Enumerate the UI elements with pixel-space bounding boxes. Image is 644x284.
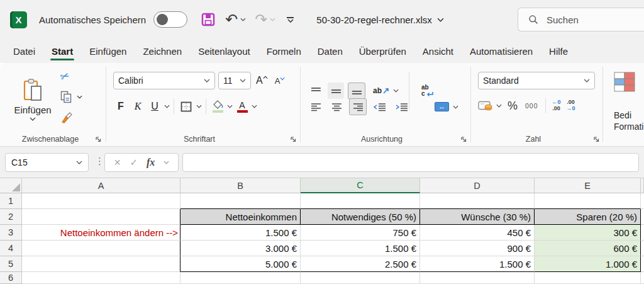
percent-style-button[interactable]: % xyxy=(505,99,520,113)
undo-button[interactable]: ↶ xyxy=(225,12,246,27)
row-header-2[interactable]: 2 xyxy=(0,209,22,225)
cell-F1[interactable] xyxy=(641,193,644,209)
fx-dropdown-icon[interactable] xyxy=(164,161,169,164)
tab-formeln[interactable]: Formeln xyxy=(258,39,309,63)
align-right-button[interactable] xyxy=(349,98,367,115)
currency-format-button[interactable] xyxy=(478,101,493,111)
underline-button[interactable]: U xyxy=(147,98,162,115)
autosave-toggle[interactable] xyxy=(153,11,187,28)
tab-seitenlayout[interactable]: Seitenlayout xyxy=(190,39,258,63)
cell-B4[interactable]: 3.000 € xyxy=(180,241,301,256)
tab-hilfe[interactable]: Hilfe xyxy=(541,39,576,63)
format-painter-button[interactable] xyxy=(60,110,82,126)
tab-ueberpruefen[interactable]: Überprüfen xyxy=(351,39,414,63)
document-title[interactable]: 50-30-20-regel-rechner.xlsx xyxy=(316,14,443,25)
dialog-launcher-icon[interactable] xyxy=(592,135,600,143)
fill-color-button[interactable] xyxy=(210,98,225,115)
cell-D3[interactable]: 450 € xyxy=(420,225,535,241)
tab-start[interactable]: Start xyxy=(43,39,81,63)
cell-F5[interactable] xyxy=(641,256,644,272)
row-header-1[interactable]: 1 xyxy=(0,193,22,209)
cell-E3[interactable]: 300 € xyxy=(535,225,641,241)
formula-bar-handle[interactable]: ⋮ xyxy=(95,156,104,167)
align-left-button[interactable] xyxy=(308,99,324,115)
cell-A3[interactable]: Nettoeinkommen ändern --> xyxy=(22,225,180,241)
undo-dropdown-icon[interactable] xyxy=(240,18,246,21)
select-all-corner[interactable] xyxy=(0,178,22,193)
currency-dropdown-icon[interactable] xyxy=(496,104,502,108)
cut-button[interactable]: ✂ xyxy=(60,68,82,84)
fill-color-dropdown-icon[interactable] xyxy=(227,105,233,108)
insert-function-icon[interactable]: fx xyxy=(147,157,155,168)
font-color-button[interactable]: A xyxy=(235,98,250,115)
save-button[interactable] xyxy=(201,13,215,26)
chevron-down-icon[interactable] xyxy=(77,95,82,99)
decrease-font-size-button[interactable]: A xyxy=(273,76,287,86)
cell-C1[interactable] xyxy=(301,193,420,209)
cell-A4[interactable] xyxy=(22,241,180,256)
orientation-dropdown-icon[interactable] xyxy=(393,89,399,93)
customize-quick-access-icon[interactable] xyxy=(287,17,294,23)
cell-D2[interactable]: Wünsche (30 %) xyxy=(420,209,535,225)
cell-D1[interactable] xyxy=(420,193,535,209)
column-header-b[interactable]: B xyxy=(180,178,301,193)
excel-logo-icon[interactable]: X xyxy=(10,11,27,28)
cell-F2[interactable] xyxy=(641,209,644,225)
cell-A6[interactable] xyxy=(22,272,180,284)
cell-E6[interactable] xyxy=(535,272,641,284)
column-header-d[interactable]: D xyxy=(420,178,535,193)
decrease-indent-button[interactable] xyxy=(371,99,389,115)
tab-automatisieren[interactable]: Automatisieren xyxy=(462,39,541,63)
cell-B6[interactable] xyxy=(180,272,301,284)
cell-C3[interactable]: 750 € xyxy=(301,225,420,241)
cell-E4[interactable]: 600 € xyxy=(535,241,641,256)
cell-A1[interactable] xyxy=(22,193,180,209)
font-name-select[interactable]: Calibri xyxy=(113,72,215,89)
align-bottom-button[interactable] xyxy=(348,82,365,99)
cell-D5[interactable]: 1.500 € xyxy=(420,256,535,272)
merge-center-button[interactable]: ↔ xyxy=(435,102,458,111)
formula-input[interactable] xyxy=(182,153,639,172)
cell-E1[interactable] xyxy=(535,193,641,209)
name-box[interactable]: C15 xyxy=(5,153,89,172)
row-header-5[interactable]: 5 xyxy=(0,256,22,272)
cell-F3[interactable] xyxy=(641,225,644,241)
cell-D6[interactable] xyxy=(420,272,535,284)
cell-C4[interactable]: 1.500 € xyxy=(301,241,420,256)
cell-B1[interactable] xyxy=(180,193,301,209)
cell-F4[interactable] xyxy=(641,241,644,256)
cell-B3[interactable]: 1.500 € xyxy=(180,225,301,241)
borders-dropdown-icon[interactable] xyxy=(196,105,202,108)
cell-C5[interactable]: 2.500 € xyxy=(301,256,420,272)
cell-E5[interactable]: 1.000 € xyxy=(535,256,641,272)
tab-daten[interactable]: Daten xyxy=(309,39,351,63)
tab-ansicht[interactable]: Ansicht xyxy=(414,39,462,63)
column-header-a[interactable]: A xyxy=(22,178,180,193)
decrease-decimal-button[interactable]: ←0 .00 xyxy=(551,99,562,112)
tab-datei[interactable]: Datei xyxy=(5,39,43,63)
column-header-c[interactable]: C xyxy=(301,178,420,193)
italic-button[interactable]: K xyxy=(130,98,145,115)
font-color-dropdown-icon[interactable] xyxy=(252,105,257,108)
dialog-launcher-icon[interactable] xyxy=(94,135,102,143)
cell-C6[interactable] xyxy=(301,272,420,284)
row-header-3[interactable]: 3 xyxy=(0,225,22,241)
cell-C2[interactable]: Notwendiges (50 %) xyxy=(301,209,420,225)
row-header-6[interactable]: 6 xyxy=(0,272,22,284)
tab-zeichnen[interactable]: Zeichnen xyxy=(135,39,190,63)
cell-A5[interactable] xyxy=(22,256,180,272)
cell-D4[interactable]: 900 € xyxy=(420,241,535,256)
orientation-button[interactable]: ab xyxy=(373,86,389,95)
align-top-button[interactable] xyxy=(308,82,324,99)
cell-B5[interactable]: 5.000 € xyxy=(180,256,301,272)
align-center-button[interactable] xyxy=(328,99,345,115)
increase-decimal-button[interactable]: .00 →0 xyxy=(565,99,577,112)
title-dropdown-icon[interactable] xyxy=(437,18,444,22)
cell-F6[interactable] xyxy=(641,272,644,284)
font-size-select[interactable]: 11 xyxy=(218,72,251,89)
dialog-launcher-icon[interactable] xyxy=(289,135,297,143)
tab-einfuegen[interactable]: Einfügen xyxy=(81,39,135,63)
increase-font-size-button[interactable]: A xyxy=(254,75,270,86)
row-header-4[interactable]: 4 xyxy=(0,241,22,256)
cell-A2[interactable] xyxy=(22,209,180,225)
